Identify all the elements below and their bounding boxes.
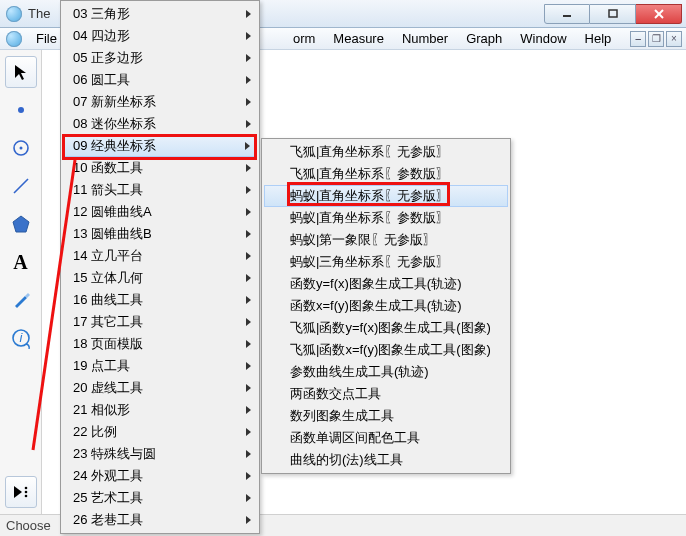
menu-item-12[interactable]: 12 圆锥曲线A <box>63 201 257 223</box>
menu-item-14[interactable]: 14 立几平台 <box>63 245 257 267</box>
menu-orm[interactable]: orm <box>285 29 323 48</box>
submenu-item-2[interactable]: 蚂蚁|直角坐标系〖无参版〗 <box>264 185 508 207</box>
submenu-arrow-icon <box>246 164 251 172</box>
text-tool[interactable]: A <box>5 246 37 278</box>
circle-tool[interactable] <box>5 132 37 164</box>
line-tool[interactable] <box>5 170 37 202</box>
submenu-arrow-icon <box>246 450 251 458</box>
submenu-arrow-icon <box>246 340 251 348</box>
menu-help[interactable]: Help <box>577 29 620 48</box>
submenu-item-label: 蚂蚁|第一象限〖无参版〗 <box>290 231 436 249</box>
menu-item-26[interactable]: 26 老巷工具 <box>63 509 257 531</box>
submenu-item-5[interactable]: 蚂蚁|三角坐标系〖无参版〗 <box>264 251 508 273</box>
svg-text:i: i <box>19 330 23 345</box>
menu-item-label: 04 四边形 <box>73 27 130 45</box>
submenu-arrow-icon <box>246 252 251 260</box>
menu-item-13[interactable]: 13 圆锥曲线B <box>63 223 257 245</box>
coord-submenu: 飞狐|直角坐标系〖无参版〗飞狐|直角坐标系〖参数版〗蚂蚁|直角坐标系〖无参版〗蚂… <box>261 138 511 474</box>
svg-line-7 <box>14 179 28 193</box>
arrow-tool[interactable] <box>5 56 37 88</box>
menu-item-label: 12 圆锥曲线A <box>73 203 152 221</box>
submenu-item-12[interactable]: 数列图象生成工具 <box>264 405 508 427</box>
close-button[interactable] <box>636 4 682 24</box>
submenu-item-10[interactable]: 参数曲线生成工具(轨迹) <box>264 361 508 383</box>
menu-item-10[interactable]: 10 函数工具 <box>63 157 257 179</box>
submenu-arrow-icon <box>246 10 251 18</box>
window-buttons <box>544 4 682 24</box>
menu-item-23[interactable]: 23 特殊线与圆 <box>63 443 257 465</box>
doc-close-icon[interactable]: × <box>666 31 682 47</box>
svg-point-13 <box>24 495 27 498</box>
submenu-item-label: 飞狐|直角坐标系〖参数版〗 <box>290 165 449 183</box>
submenu-item-14[interactable]: 曲线的切(法)线工具 <box>264 449 508 471</box>
tools-menu: 03 三角形04 四边形05 正多边形06 圆工具07 新新坐标系08 迷你坐标… <box>60 0 260 534</box>
menu-item-label: 17 其它工具 <box>73 313 143 331</box>
submenu-item-0[interactable]: 飞狐|直角坐标系〖无参版〗 <box>264 141 508 163</box>
menu-item-07[interactable]: 07 新新坐标系 <box>63 91 257 113</box>
svg-point-12 <box>24 491 27 494</box>
menu-item-16[interactable]: 16 曲线工具 <box>63 289 257 311</box>
app-icon-small <box>6 31 22 47</box>
menu-item-label: 23 特殊线与圆 <box>73 445 156 463</box>
doc-restore-icon[interactable]: ❐ <box>648 31 664 47</box>
submenu-arrow-icon <box>246 76 251 84</box>
submenu-item-3[interactable]: 蚂蚁|直角坐标系〖参数版〗 <box>264 207 508 229</box>
submenu-item-7[interactable]: 函数x=f(y)图象生成工具(轨迹) <box>264 295 508 317</box>
menu-measure[interactable]: Measure <box>325 29 392 48</box>
menu-item-15[interactable]: 15 立体几何 <box>63 267 257 289</box>
maximize-button[interactable] <box>590 4 636 24</box>
menu-item-label: 10 函数工具 <box>73 159 143 177</box>
menu-item-label: 09 经典坐标系 <box>73 137 156 155</box>
marker-tool[interactable] <box>5 284 37 316</box>
menu-item-06[interactable]: 06 圆工具 <box>63 69 257 91</box>
menu-item-label: 14 立几平台 <box>73 247 143 265</box>
menu-item-22[interactable]: 22 比例 <box>63 421 257 443</box>
submenu-item-4[interactable]: 蚂蚁|第一象限〖无参版〗 <box>264 229 508 251</box>
menu-number[interactable]: Number <box>394 29 456 48</box>
menu-item-17[interactable]: 17 其它工具 <box>63 311 257 333</box>
polygon-tool[interactable] <box>5 208 37 240</box>
menu-window[interactable]: Window <box>512 29 574 48</box>
submenu-item-label: 函数单调区间配色工具 <box>290 429 420 447</box>
submenu-arrow-icon <box>246 384 251 392</box>
menu-item-24[interactable]: 24 外观工具 <box>63 465 257 487</box>
submenu-item-8[interactable]: 飞狐|函数y=f(x)图象生成工具(图象) <box>264 317 508 339</box>
minimize-button[interactable] <box>544 4 590 24</box>
custom-tool[interactable] <box>5 476 37 508</box>
submenu-item-6[interactable]: 函数y=f(x)图象生成工具(轨迹) <box>264 273 508 295</box>
app-icon <box>6 6 22 22</box>
menu-item-18[interactable]: 18 页面模版 <box>63 333 257 355</box>
menu-item-label: 11 箭头工具 <box>73 181 143 199</box>
svg-point-6 <box>19 147 22 150</box>
submenu-arrow-icon <box>246 54 251 62</box>
submenu-arrow-icon <box>246 516 251 524</box>
menu-item-19[interactable]: 19 点工具 <box>63 355 257 377</box>
submenu-item-label: 数列图象生成工具 <box>290 407 394 425</box>
doc-minimize-icon[interactable]: ‒ <box>630 31 646 47</box>
menu-item-09[interactable]: 09 经典坐标系 <box>63 135 257 157</box>
submenu-item-11[interactable]: 两函数交点工具 <box>264 383 508 405</box>
submenu-item-9[interactable]: 飞狐|函数x=f(y)图象生成工具(图象) <box>264 339 508 361</box>
submenu-arrow-icon <box>246 274 251 282</box>
submenu-item-label: 曲线的切(法)线工具 <box>290 451 403 469</box>
menu-graph[interactable]: Graph <box>458 29 510 48</box>
submenu-arrow-icon <box>246 318 251 326</box>
point-tool[interactable] <box>5 94 37 126</box>
menu-item-21[interactable]: 21 相似形 <box>63 399 257 421</box>
menu-item-20[interactable]: 20 虚线工具 <box>63 377 257 399</box>
svg-point-4 <box>18 107 24 113</box>
menu-item-05[interactable]: 05 正多边形 <box>63 47 257 69</box>
info-tool[interactable]: i <box>5 322 37 354</box>
menu-item-03[interactable]: 03 三角形 <box>63 3 257 25</box>
submenu-item-1[interactable]: 飞狐|直角坐标系〖参数版〗 <box>264 163 508 185</box>
menu-item-25[interactable]: 25 艺术工具 <box>63 487 257 509</box>
menu-item-08[interactable]: 08 迷你坐标系 <box>63 113 257 135</box>
submenu-item-13[interactable]: 函数单调区间配色工具 <box>264 427 508 449</box>
menu-item-11[interactable]: 11 箭头工具 <box>63 179 257 201</box>
submenu-arrow-icon <box>246 230 251 238</box>
submenu-item-label: 两函数交点工具 <box>290 385 381 403</box>
menu-item-label: 06 圆工具 <box>73 71 130 89</box>
menu-item-04[interactable]: 04 四边形 <box>63 25 257 47</box>
menu-item-label: 13 圆锥曲线B <box>73 225 152 243</box>
menu-item-label: 22 比例 <box>73 423 117 441</box>
